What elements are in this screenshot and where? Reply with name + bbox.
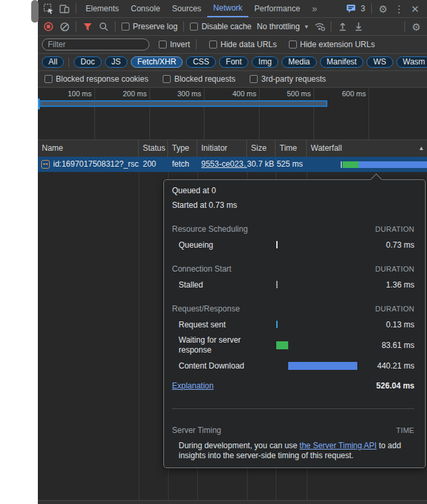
invert-label: Invert	[170, 40, 190, 49]
column-header-size[interactable]: Size	[247, 140, 276, 157]
request-timing-tooltip: Queued at 0 Started at 0.73 ms Resource …	[163, 179, 426, 468]
summary-bar-edge	[38, 500, 427, 504]
column-header-initiator[interactable]: Initiator	[197, 140, 247, 157]
requests-table-header: Name Status Type Initiator Size Time Wat…	[38, 140, 427, 157]
invert-checkbox[interactable]: Invert	[156, 40, 193, 49]
chip-js[interactable]: JS	[105, 56, 128, 68]
kebab-menu-icon[interactable]: ⋮	[391, 1, 407, 16]
stalled-tick	[276, 281, 278, 288]
section-duration-label: DURATION	[375, 224, 414, 234]
request-waterfall-cell[interactable]	[307, 157, 427, 172]
throttling-select[interactable]: No throttling ▼	[254, 22, 312, 31]
timeline-tick-label: 600 ms	[327, 90, 366, 98]
divider	[76, 3, 76, 14]
gridline	[204, 88, 205, 139]
page-scrollbar-thumb[interactable]	[31, 0, 39, 23]
queued-at-text: Queued at 0	[172, 185, 414, 196]
chip-all[interactable]: All	[42, 56, 64, 68]
chip-manifest[interactable]: Manifest	[320, 56, 363, 68]
column-header-time[interactable]: Time	[276, 140, 307, 157]
column-header-status[interactable]: Status	[139, 140, 168, 157]
column-separator[interactable]	[139, 172, 139, 500]
export-har-icon[interactable]	[351, 19, 367, 34]
request-name-cell[interactable]: id:1697017508312?_rsc=…	[38, 157, 139, 172]
tab-sources[interactable]: Sources	[166, 0, 207, 17]
chip-font[interactable]: Font	[219, 56, 248, 68]
fetch-request-icon	[41, 160, 50, 169]
more-tabs-button[interactable]: »	[306, 0, 323, 17]
section-time-label: TIME	[396, 425, 414, 436]
filter-input[interactable]	[42, 39, 149, 50]
divider	[68, 58, 69, 67]
chip-css[interactable]: CSS	[186, 56, 216, 68]
chip-doc[interactable]: Doc	[74, 56, 101, 68]
blocked-response-cookies-checkbox[interactable]: Blocked response cookies	[42, 74, 151, 84]
waterfall-header-label: Waterfall	[311, 140, 342, 157]
hide-extension-urls-checkbox[interactable]: Hide extension URLs	[286, 40, 378, 49]
close-devtools-icon[interactable]: ✕	[407, 1, 423, 16]
request-type-cell: fetch	[168, 157, 197, 172]
chip-img[interactable]: Img	[252, 56, 278, 68]
third-party-requests-label: 3rd-party requests	[261, 74, 325, 84]
ai-chat-icon[interactable]	[343, 1, 359, 16]
timeline-tick-label: 200 ms	[108, 90, 147, 98]
chip-wasm[interactable]: Wasm	[396, 56, 427, 68]
gridline	[94, 88, 95, 139]
checkbox-box	[122, 23, 129, 31]
network-conditions-icon[interactable]	[311, 19, 327, 34]
search-icon[interactable]	[96, 19, 112, 34]
initiator-link[interactable]: 9553-ce023…	[201, 157, 247, 172]
gridline	[149, 88, 150, 139]
divider	[331, 21, 331, 32]
sort-ascending-icon: ▲	[418, 140, 424, 157]
divider	[371, 3, 372, 14]
timing-bar-lane	[276, 361, 363, 371]
gridline	[313, 88, 314, 139]
tab-performance[interactable]: Performance	[248, 0, 306, 17]
tab-console[interactable]: Console	[125, 0, 166, 17]
timing-bar-lane	[276, 280, 363, 290]
devtools-panel: Elements Console Sources Network Perform…	[38, 0, 427, 504]
filter-funnel-icon[interactable]	[80, 19, 96, 34]
section-title: Connection Start	[172, 264, 231, 274]
divider	[115, 21, 116, 32]
settings-gear-icon[interactable]: ⚙	[375, 1, 391, 16]
blocked-requests-checkbox[interactable]: Blocked requests	[160, 74, 238, 84]
column-header-type[interactable]: Type	[168, 140, 197, 157]
chip-fetch-xhr[interactable]: Fetch/XHR	[131, 56, 183, 68]
divider	[196, 39, 197, 50]
chip-media[interactable]: Media	[282, 56, 317, 68]
checkbox-box	[190, 23, 198, 31]
tab-elements[interactable]: Elements	[80, 0, 125, 17]
timing-row-stalled: Stalled 1.36 ms	[172, 277, 414, 293]
devtools-tab-bar: Elements Console Sources Network Perform…	[38, 0, 427, 18]
tab-network[interactable]: Network	[207, 0, 248, 17]
server-timing-api-link[interactable]: the Server Timing API	[299, 441, 377, 450]
tooltip-divider	[172, 408, 414, 409]
device-toolbar-icon[interactable]	[56, 1, 72, 16]
column-header-name[interactable]: Name	[38, 140, 139, 157]
hide-data-urls-checkbox[interactable]: Hide data URLs	[207, 40, 280, 49]
chip-ws[interactable]: WS	[367, 56, 392, 68]
timing-label: Content Download	[179, 361, 270, 371]
timing-row-queueing: Queueing 0.73 ms	[172, 237, 414, 253]
import-har-icon[interactable]	[335, 19, 351, 34]
network-overview-timeline[interactable]: 100 ms 200 ms 300 ms 400 ms 500 ms 600 m…	[38, 88, 427, 140]
inspect-element-icon[interactable]	[41, 1, 56, 16]
disable-cache-label: Disable cache	[201, 22, 251, 31]
column-header-waterfall[interactable]: Waterfall ▲	[307, 140, 427, 157]
request-time-cell: 525 ms	[276, 157, 307, 172]
third-party-requests-checkbox[interactable]: 3rd-party requests	[247, 74, 328, 84]
explanation-link[interactable]: Explanation	[172, 380, 214, 391]
disable-cache-checkbox[interactable]: Disable cache	[187, 22, 254, 31]
timeline-tick-label: 400 ms	[218, 90, 256, 98]
request-row-selected[interactable]: id:1697017508312?_rsc=… 200 fetch 9553-c…	[38, 157, 427, 172]
preserve-log-checkbox[interactable]: Preserve log	[119, 22, 180, 31]
record-network-log-icon[interactable]	[41, 19, 56, 34]
timing-value: 0.73 ms	[368, 240, 414, 250]
timing-total-row: Explanation 526.04 ms	[172, 380, 414, 391]
timing-label: Waiting for server response	[179, 335, 270, 355]
clear-network-log-icon[interactable]	[56, 19, 72, 34]
blocked-response-cookies-label: Blocked response cookies	[56, 74, 148, 84]
network-settings-gear-icon[interactable]: ⚙	[408, 19, 424, 34]
